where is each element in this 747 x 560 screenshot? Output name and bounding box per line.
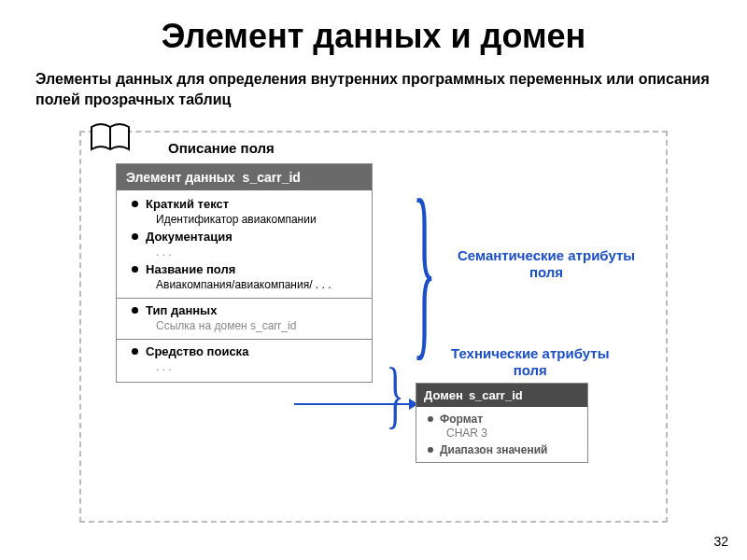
de-data-type-sub: Ссылка на домен s_carr_id bbox=[132, 319, 362, 332]
domain-card: Домен s_carr_id Формат CHAR 3 Диапазон з… bbox=[416, 383, 588, 463]
data-element-header: Элемент данных s_carr_id bbox=[117, 164, 372, 190]
bullet-icon bbox=[132, 348, 138, 355]
bullet-icon bbox=[132, 307, 138, 314]
brace-semantic: } bbox=[413, 175, 436, 362]
field-description-label: Описание поля bbox=[168, 140, 275, 156]
dm-item-format: Формат CHAR 3 bbox=[416, 411, 587, 441]
slide-subtitle: Элементы данных для определения внутренн… bbox=[0, 56, 747, 109]
arrow-line bbox=[294, 403, 416, 405]
dm-item-range: Диапазон значений bbox=[416, 441, 587, 458]
de-item-documentation: Документация . . . bbox=[117, 229, 372, 261]
de-documentation-label: Документация bbox=[146, 230, 233, 244]
bullet-icon bbox=[132, 233, 138, 240]
dm-header-prefix: Домен bbox=[424, 388, 463, 402]
domain-header: Домен s_carr_id bbox=[416, 384, 587, 407]
divider bbox=[117, 339, 372, 340]
de-item-short-text: Краткий текст Идентификатор авиакомпании bbox=[117, 196, 372, 229]
data-element-card: Элемент данных s_carr_id Краткий текст И… bbox=[116, 163, 373, 383]
de-header-name: s_carr_id bbox=[243, 170, 301, 185]
book-icon bbox=[90, 121, 131, 157]
brace-technical: } bbox=[387, 364, 404, 424]
de-search-help-label: Средство поиска bbox=[146, 344, 248, 358]
de-search-help-sub: . . . bbox=[132, 360, 362, 373]
dm-range-label: Диапазон значений bbox=[440, 443, 547, 456]
de-documentation-sub: . . . bbox=[132, 245, 362, 259]
callout-semantic-attributes: Семантические атрибутыполя bbox=[458, 247, 635, 281]
de-item-search-help: Средство поиска . . . bbox=[117, 343, 372, 376]
callout-technical-attributes: Технические атрибутыполя bbox=[451, 345, 609, 379]
bullet-icon bbox=[428, 416, 433, 422]
dm-format-sub: CHAR 3 bbox=[428, 427, 580, 440]
dm-format-label: Формат bbox=[440, 413, 483, 426]
divider bbox=[117, 298, 372, 299]
de-header-prefix: Элемент данных bbox=[126, 170, 235, 185]
de-item-data-type: Тип данных Ссылка на домен s_carr_id bbox=[117, 302, 372, 335]
de-item-field-name: Название поля Авиакомпания/авиакомпания/… bbox=[117, 261, 372, 294]
bullet-icon bbox=[132, 266, 138, 273]
bullet-icon bbox=[428, 447, 433, 453]
de-short-text-label: Краткий текст bbox=[146, 197, 229, 211]
de-data-type-label: Тип данных bbox=[146, 303, 217, 317]
de-short-text-sub: Идентификатор авиакомпании bbox=[132, 213, 362, 226]
page-number: 32 bbox=[713, 534, 728, 549]
de-field-name-sub: Авиакомпания/авиакомпания/ . . . bbox=[132, 278, 362, 291]
dm-header-name: s_carr_id bbox=[469, 388, 523, 402]
de-field-name-label: Название поля bbox=[146, 262, 235, 276]
slide-title: Элемент данных и домен bbox=[0, 0, 747, 56]
bullet-icon bbox=[132, 201, 138, 207]
